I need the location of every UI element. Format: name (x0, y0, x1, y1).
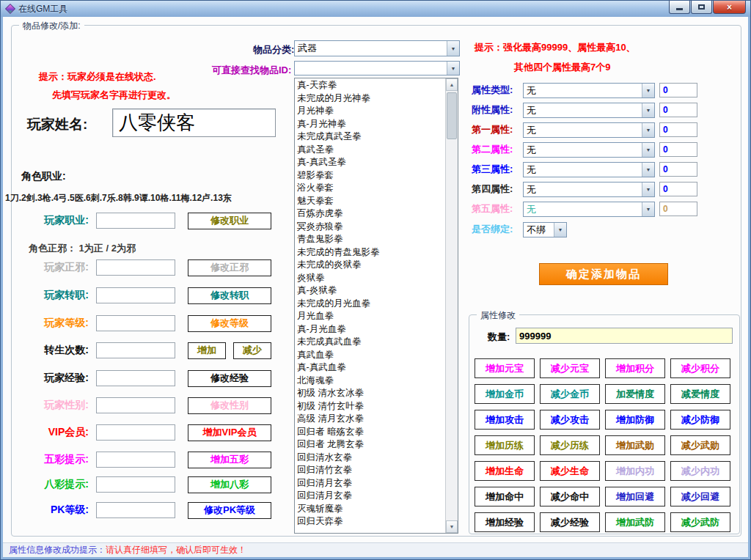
list-item[interactable]: 初级 清水玄冰拳 (295, 387, 445, 400)
attribute-value-input[interactable]: 0 (659, 162, 697, 177)
item-list-scrollbar[interactable]: ▲ ▼ (445, 78, 458, 533)
modify-pk-level-button[interactable]: 修改PK等级 (188, 502, 271, 519)
list-item[interactable]: 未完成真武血拳 (295, 336, 445, 349)
list-item[interactable]: 未完成的炎狱拳 (295, 259, 445, 272)
modify-alignment-button[interactable]: 修改正邪 (188, 259, 271, 276)
list-item[interactable]: 回归者 暗殇玄拳 (295, 426, 445, 439)
attribute-action-button[interactable]: 增加武勋 (605, 435, 665, 455)
attribute-action-button[interactable]: 增加历练 (475, 435, 535, 455)
attribute-action-button[interactable]: 增加防御 (605, 410, 665, 430)
attribute-action-button[interactable]: 减少元宝 (540, 358, 600, 378)
attribute-action-button[interactable]: 减少攻击 (540, 410, 600, 430)
scroll-up-icon[interactable]: ▲ (446, 78, 458, 91)
player-exp-input[interactable] (96, 370, 175, 386)
scrollbar-thumb[interactable] (447, 92, 457, 139)
item-id-search-select[interactable]: ▼ (294, 61, 460, 75)
add-bacai-button[interactable]: 增加八彩 (188, 476, 271, 493)
attribute-value-input[interactable]: 0 (659, 202, 697, 216)
list-item[interactable]: 真-真武圣拳 (295, 156, 445, 169)
attribute-action-button[interactable]: 增加攻击 (475, 410, 535, 430)
list-item[interactable]: 未完成真武圣拳 (295, 130, 445, 144)
list-item[interactable]: 真武圣拳 (295, 144, 445, 157)
list-item[interactable]: 未完成的月光神拳 (295, 92, 445, 106)
attribute-action-button[interactable]: 减少武防 (670, 512, 730, 532)
list-item[interactable]: 百炼赤虎拳 (295, 207, 445, 221)
attribute-action-button[interactable]: 增加经验 (475, 512, 535, 532)
list-item[interactable]: 真-月光血拳 (295, 323, 445, 336)
vip-member-input[interactable] (96, 424, 175, 441)
player-level-input[interactable] (96, 315, 175, 331)
attribute-action-button[interactable]: 减少金币 (540, 384, 600, 404)
confirm-add-item-button[interactable]: 确定添加物品 (539, 263, 668, 285)
list-item[interactable]: 回归清月玄拳 (295, 477, 445, 490)
add-wucai-button[interactable]: 增加五彩 (188, 452, 271, 468)
list-item[interactable]: 未完成的青盘鬼影拳 (295, 246, 445, 259)
list-item[interactable]: 真-天弈拳 (295, 79, 445, 92)
list-item[interactable]: 真-月光神拳 (295, 118, 445, 131)
player-class-input[interactable] (96, 213, 175, 229)
attribute-select[interactable]: 无 ▼ (523, 182, 655, 197)
pk-level-input[interactable] (96, 502, 175, 518)
attribute-value-input[interactable]: 0 (659, 182, 697, 196)
attribute-action-button[interactable]: 减少经验 (540, 512, 600, 532)
attribute-select[interactable]: 无 ▼ (523, 202, 655, 217)
attribute-select[interactable]: 无 ▼ (523, 122, 655, 138)
attribute-action-button[interactable]: 减爱情度 (670, 384, 730, 404)
attribute-value-input[interactable]: 0 (659, 142, 697, 157)
player-jobchange-input[interactable] (96, 287, 175, 303)
titlebar[interactable]: 在线GM工具 × (1, 1, 750, 17)
attribute-action-button[interactable]: 增加金币 (475, 384, 535, 404)
list-item[interactable]: 冥炎赤狼拳 (295, 221, 445, 234)
list-item[interactable]: 回归清竹玄拳 (295, 464, 445, 477)
list-item[interactable]: 浴火拳套 (295, 182, 445, 195)
modify-level-button[interactable]: 修改等级 (188, 315, 271, 332)
modify-jobchange-button[interactable]: 修改转职 (188, 287, 271, 304)
list-item[interactable]: 月光血拳 (295, 310, 445, 323)
list-item[interactable]: 未完成的月光血拳 (295, 298, 445, 311)
wucai-tip-input[interactable] (96, 452, 175, 468)
modify-gender-button[interactable]: 修改性别 (188, 397, 271, 414)
minimize-button[interactable] (669, 1, 690, 14)
player-name-input[interactable] (112, 108, 276, 137)
rebirth-decrease-button[interactable]: 减少 (233, 342, 271, 359)
attribute-action-button[interactable]: 减少积分 (670, 358, 730, 378)
rebirth-increase-button[interactable]: 增加 (188, 342, 226, 359)
list-item[interactable]: 真-真武血拳 (295, 361, 445, 375)
maximize-button[interactable] (691, 1, 712, 14)
attribute-action-button[interactable]: 增加回避 (605, 487, 665, 506)
attribute-action-button[interactable]: 减少回避 (670, 487, 730, 506)
list-item[interactable]: 回归者 龙腾玄拳 (295, 438, 445, 452)
list-item[interactable]: 炎狱拳 (295, 272, 445, 285)
attribute-value-input[interactable]: 0 (659, 103, 697, 117)
attribute-select[interactable]: 无 ▼ (523, 103, 655, 118)
modify-class-button[interactable]: 修改职业 (188, 213, 271, 229)
attribute-select[interactable]: 无 ▼ (523, 142, 655, 158)
list-item[interactable]: 回归天弈拳 (295, 515, 445, 528)
attribute-select[interactable]: 无 ▼ (523, 83, 655, 98)
list-item[interactable]: 魅天拳套 (295, 195, 445, 208)
list-item[interactable]: 回归清水玄拳 (295, 452, 445, 465)
bacai-tip-input[interactable] (96, 476, 175, 493)
attribute-action-button[interactable]: 增加元宝 (475, 358, 535, 378)
list-item[interactable]: 北海魂拳 (295, 375, 445, 388)
attribute-action-button[interactable]: 增加命中 (475, 487, 535, 506)
list-item[interactable]: 碧影拳套 (295, 169, 445, 183)
scroll-down-icon[interactable]: ▼ (446, 520, 458, 533)
attribute-action-button[interactable]: 减少命中 (540, 487, 600, 506)
list-item[interactable]: 高级 清月玄水拳 (295, 413, 445, 426)
list-item[interactable]: 真-炎狱拳 (295, 284, 445, 298)
attribute-action-button[interactable]: 增加生命 (475, 461, 535, 481)
list-item[interactable]: 月光神拳 (295, 105, 445, 118)
attribute-action-button[interactable]: 增加武防 (605, 512, 665, 532)
list-item[interactable]: 青盘鬼影拳 (295, 233, 445, 246)
attribute-action-button[interactable]: 增加内功 (605, 461, 665, 481)
attribute-action-button[interactable]: 加爱情度 (605, 384, 665, 404)
add-vip-button[interactable]: 增加VIP会员 (188, 424, 271, 441)
attribute-select[interactable]: 无 ▼ (523, 162, 655, 177)
attribute-action-button[interactable]: 减少武勋 (670, 435, 730, 455)
attribute-action-button[interactable]: 减少生命 (540, 461, 600, 481)
attribute-value-input[interactable]: 0 (659, 83, 697, 97)
list-item[interactable]: 灭魂斩魔拳 (295, 503, 445, 516)
player-alignment-input[interactable] (96, 259, 175, 276)
player-gender-input[interactable] (96, 397, 175, 413)
